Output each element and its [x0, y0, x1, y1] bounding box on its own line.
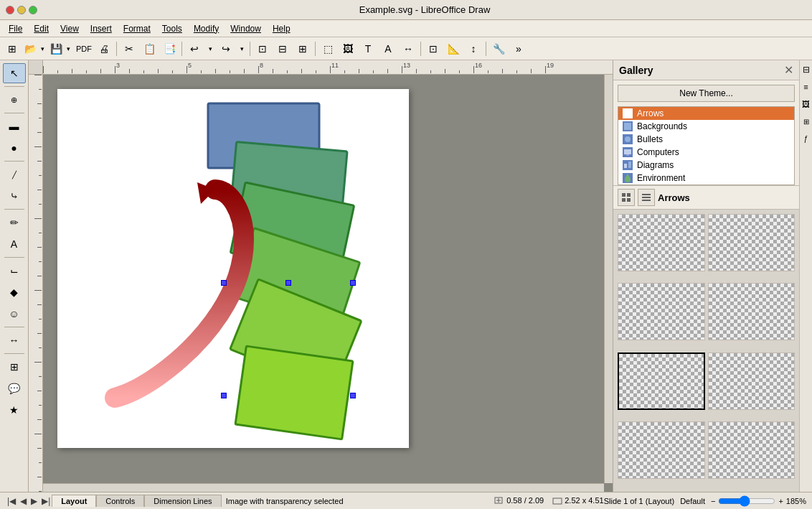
- tb-copy[interactable]: 📋: [140, 39, 159, 58]
- tab-controls[interactable]: Controls: [96, 495, 144, 507]
- properties-icon[interactable]: ⊟: [801, 62, 811, 78]
- gallery-icon[interactable]: 🖼: [801, 96, 811, 112]
- horizontal-scrollbar[interactable]: [43, 483, 604, 492]
- tb-object-distribute[interactable]: ⊟: [273, 39, 292, 58]
- close-button[interactable]: [6, 6, 14, 14]
- gallery-grid-item-8[interactable]: [708, 421, 796, 479]
- gallery-grid-view-button[interactable]: [618, 189, 635, 206]
- tool-select[interactable]: ↖: [3, 63, 26, 83]
- tb-object-group[interactable]: ⊞: [293, 39, 312, 58]
- menu-view[interactable]: View: [55, 22, 85, 35]
- gallery-item-computers[interactable]: Computers: [618, 146, 794, 159]
- tb-print[interactable]: 🖨: [95, 39, 113, 58]
- tab-layout[interactable]: Layout: [52, 495, 96, 507]
- tool-star[interactable]: ★: [3, 400, 26, 420]
- tool-zoom[interactable]: ⊕: [3, 90, 26, 110]
- tb-undo-arrow[interactable]: ▾: [205, 39, 215, 58]
- tool-ellipse[interactable]: ●: [3, 138, 26, 158]
- gallery-grid-item-4[interactable]: [708, 283, 796, 340]
- menu-insert[interactable]: Insert: [85, 22, 118, 35]
- gallery-list-view-button[interactable]: [638, 189, 655, 206]
- minimize-button[interactable]: [17, 6, 26, 14]
- navigator-icon[interactable]: ⊞: [801, 113, 811, 129]
- tool-line[interactable]: ╱: [3, 164, 26, 185]
- gallery-grid-item-5[interactable]: [618, 352, 705, 410]
- menu-tools[interactable]: Tools: [156, 22, 188, 35]
- zoom-increase-button[interactable]: +: [778, 497, 783, 505]
- tb-toggle-guides[interactable]: ↕: [464, 39, 483, 58]
- gallery-grid-item-1[interactable]: [618, 214, 705, 271]
- gallery-item-backgrounds[interactable]: Backgrounds: [618, 120, 794, 133]
- canvas-scroll[interactable]: [43, 75, 604, 483]
- zoom-slider[interactable]: [718, 495, 775, 507]
- tb-toggle-snap[interactable]: 📐: [444, 39, 463, 58]
- maximize-button[interactable]: [29, 6, 37, 14]
- vertical-scrollbar[interactable]: [604, 75, 613, 483]
- tool-sep7: [4, 353, 24, 354]
- tool-block-arrows[interactable]: ↔: [3, 330, 26, 350]
- tb-save[interactable]: 💾: [49, 39, 63, 58]
- tool-smiley[interactable]: ☺: [3, 304, 26, 324]
- computers-icon: [623, 147, 633, 157]
- tool-freehand[interactable]: ✏: [3, 213, 26, 233]
- tb-textbox[interactable]: A: [379, 39, 397, 58]
- canvas-area[interactable]: 35811131619: [29, 60, 613, 492]
- gallery-grid-item-6[interactable]: [708, 352, 796, 410]
- tb-object-align[interactable]: ⊡: [253, 39, 272, 58]
- tool-flowchart[interactable]: ⊞: [3, 357, 26, 377]
- tb-new[interactable]: ⊞: [3, 39, 22, 58]
- tool-callout[interactable]: 💬: [3, 378, 26, 398]
- tool-sep6: [4, 327, 24, 327]
- first-slide-button[interactable]: |◀: [6, 496, 17, 506]
- functions-icon[interactable]: ƒ: [801, 131, 811, 146]
- last-slide-button[interactable]: ▶|: [40, 496, 52, 506]
- zoom-level[interactable]: 185%: [786, 497, 806, 505]
- tb-cut[interactable]: ✂: [120, 39, 138, 58]
- new-theme-button[interactable]: New Theme...: [618, 85, 795, 102]
- tb-paste[interactable]: 📑: [160, 39, 179, 58]
- tool-rectangle[interactable]: ▬: [3, 116, 26, 136]
- tb-toggle-grid[interactable]: ⊡: [424, 39, 443, 58]
- tb-more[interactable]: »: [509, 39, 528, 58]
- tab-dimension-lines[interactable]: Dimension Lines: [144, 495, 221, 507]
- gallery-grid-item-3[interactable]: [618, 283, 705, 340]
- gallery-item-arrows[interactable]: Arrows: [618, 107, 794, 120]
- menu-format[interactable]: Format: [118, 22, 156, 35]
- gallery-grid-item-2[interactable]: [708, 214, 796, 271]
- tb-redo-arrow[interactable]: ▾: [237, 39, 247, 58]
- next-slide-button[interactable]: ▶: [29, 496, 39, 506]
- prev-slide-button[interactable]: ◀: [19, 496, 28, 506]
- bullets-icon: [623, 134, 633, 144]
- menu-modify[interactable]: Modify: [188, 22, 225, 35]
- menu-help[interactable]: Help: [267, 22, 296, 35]
- tool-connect-shapes[interactable]: ⌙: [3, 261, 26, 281]
- gallery-theme-list[interactable]: Arrows Backgrounds Bullets: [618, 106, 795, 185]
- zoom-decrease-button[interactable]: −: [711, 497, 715, 505]
- tb-export-pdf[interactable]: PDF: [75, 39, 93, 58]
- tb-gallery[interactable]: 🖼: [339, 39, 357, 58]
- styles-icon[interactable]: ≡: [801, 79, 811, 95]
- svg-rect-26: [642, 194, 651, 195]
- gallery-item-bullets[interactable]: Bullets: [618, 133, 794, 146]
- tb-open[interactable]: 📂: [23, 39, 37, 58]
- tb-navigator[interactable]: ↔: [399, 39, 417, 58]
- tb-toggle-edit[interactable]: 🔧: [489, 39, 508, 58]
- tool-diamond[interactable]: ◆: [3, 282, 26, 302]
- menu-window[interactable]: Window: [225, 22, 267, 35]
- svg-point-12: [625, 136, 631, 142]
- menu-file[interactable]: File: [3, 22, 28, 35]
- tool-text[interactable]: A: [3, 234, 26, 254]
- gallery-grid-item-7[interactable]: [618, 421, 705, 479]
- tb-undo[interactable]: ↩: [185, 39, 204, 58]
- tb-fontwork[interactable]: T: [359, 39, 377, 58]
- tb-open-arrow[interactable]: ▾: [37, 39, 47, 58]
- tb-save-arrow[interactable]: ▾: [63, 39, 73, 58]
- tb-redo[interactable]: ↪: [217, 39, 235, 58]
- gallery-close-button[interactable]: ✕: [784, 63, 793, 77]
- tb-crop[interactable]: ⬚: [318, 39, 337, 58]
- gallery-item-diagrams[interactable]: Diagrams: [618, 159, 794, 172]
- gallery-item-environment[interactable]: Environment: [618, 172, 794, 185]
- tool-connector[interactable]: ⤷: [3, 186, 26, 206]
- position-info: 0.58 / 2.09: [494, 496, 544, 505]
- menu-edit[interactable]: Edit: [28, 22, 55, 35]
